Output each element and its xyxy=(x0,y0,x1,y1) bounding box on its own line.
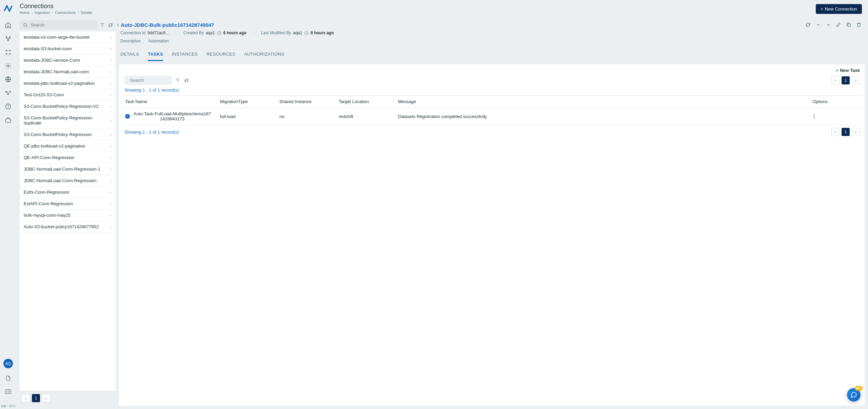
new-connection-button[interactable]: + New Connection xyxy=(816,4,862,14)
sidebar-search-input[interactable] xyxy=(31,22,94,27)
refresh-icon[interactable] xyxy=(183,77,190,83)
breadcrumb: Home › Ingestion › Connections › Details xyxy=(20,11,92,15)
page-header: Connections Home › Ingestion › Connectio… xyxy=(16,0,868,17)
copy-icon[interactable] xyxy=(846,22,852,28)
svg-point-7 xyxy=(7,65,9,67)
connection-list-item[interactable]: JDBC-NormalLoad-Conn-Regression› xyxy=(20,175,116,187)
sidebar-search[interactable] xyxy=(20,20,97,30)
connection-list-item[interactable]: JDBC-NormalLoad-Conn-Regression-1› xyxy=(20,163,116,175)
plus-icon: + xyxy=(836,68,839,73)
connection-list-item[interactable]: S3-Conn-BucketPolicy-Regression-duplicat… xyxy=(20,112,116,129)
chevron-down-icon[interactable] xyxy=(825,22,831,28)
task-pagination-bottom: ‹ 1 › xyxy=(831,128,860,136)
document-icon[interactable] xyxy=(4,374,12,382)
settings-icon[interactable] xyxy=(4,62,12,70)
flow-icon[interactable] xyxy=(4,35,12,42)
connection-list: testdata-s3-conn-large-file-bucket›testd… xyxy=(20,32,116,391)
back-button[interactable]: ‹ xyxy=(117,22,119,28)
task-list-area: + New Task xyxy=(119,64,865,406)
options-menu-button[interactable] xyxy=(812,113,859,120)
connection-item-label: S3-Conn-BucketPolicy-Regression xyxy=(24,132,92,137)
table-row[interactable]: ✓Auto-Task-FullLoad-Multipleschema167142… xyxy=(121,108,863,125)
created-time: 6 hours ago xyxy=(223,31,246,35)
chevron-right-icon: › xyxy=(110,104,112,109)
connection-list-item[interactable]: testdata-JDBC-version-Conn› xyxy=(20,55,116,66)
connection-list-item[interactable]: testdata-JDBC-NormalLoad-conn› xyxy=(20,66,116,78)
connection-list-item[interactable]: QE-API-Conn-Regression› xyxy=(20,152,116,163)
breadcrumb-home[interactable]: Home xyxy=(20,11,29,15)
delete-icon[interactable] xyxy=(856,22,862,28)
edit-icon[interactable] xyxy=(835,22,842,28)
modified-by-label: Last Modified By xyxy=(261,31,291,35)
connection-list-item[interactable]: QE-jdbc-bulkload-v2-pagination› xyxy=(20,140,116,152)
modified-by-value: aqa1 xyxy=(293,31,302,35)
clock-icon[interactable] xyxy=(4,103,12,110)
connection-item-label: S3-Conn-BucketPolicy-Regression-V2 xyxy=(24,104,98,109)
tab-details[interactable]: DETAILS xyxy=(120,50,139,61)
connection-list-item[interactable]: testdata-S3-bucket-conn› xyxy=(20,43,116,55)
chat-bubble[interactable]: 99+ xyxy=(847,388,861,402)
next-page-button[interactable]: › xyxy=(852,128,860,136)
task-search[interactable] xyxy=(124,76,172,85)
nodes-icon[interactable] xyxy=(4,48,12,56)
next-page-button[interactable]: › xyxy=(42,394,50,402)
page-number[interactable]: 1 xyxy=(32,394,40,402)
chevron-up-icon[interactable] xyxy=(815,22,821,28)
chevron-right-icon: › xyxy=(110,46,112,51)
clock-icon xyxy=(217,31,221,35)
svg-point-9 xyxy=(6,91,7,92)
detail-tabs: DETAILS TASKS INSTANCES RESOURCES AUTHOR… xyxy=(117,47,862,61)
connection-list-item[interactable]: Extfs-Conn-Regression› xyxy=(20,187,116,198)
chevron-right-icon: › xyxy=(110,155,112,160)
home-icon[interactable] xyxy=(4,21,12,29)
connection-list-item[interactable]: ExtAPI-Conn-Regression› xyxy=(20,198,116,210)
svg-text:B: B xyxy=(9,391,10,393)
new-task-button[interactable]: + New Task xyxy=(836,68,860,73)
page-number[interactable]: 1 xyxy=(842,128,850,136)
globe-icon[interactable] xyxy=(4,76,12,83)
chevron-right-icon: › xyxy=(32,11,33,14)
filter-icon[interactable] xyxy=(175,77,181,83)
shared-instance: no xyxy=(275,108,335,125)
app-logo[interactable] xyxy=(3,3,13,14)
connection-title[interactable]: Auto-JDBC-Bulk-public1671428749047 xyxy=(121,22,214,28)
chat-icon xyxy=(850,391,857,398)
connection-list-item[interactable]: testdata-s3-conn-large-file-bucket› xyxy=(20,32,116,43)
prev-page-button[interactable]: ‹ xyxy=(831,76,840,84)
connection-item-label: testdata-s3-conn-large-file-bucket xyxy=(24,35,90,40)
connection-list-item[interactable]: S3-Conn-BucketPolicy-Regression-V2› xyxy=(20,101,116,112)
chevron-right-icon: › xyxy=(110,213,112,218)
page-number[interactable]: 1 xyxy=(842,76,850,84)
user-avatar[interactable]: AQ xyxy=(3,359,13,368)
pipeline-icon[interactable] xyxy=(4,89,12,97)
connection-list-item[interactable]: testdata-jdbc-bulkload-v2-pagination› xyxy=(20,78,116,89)
chevron-right-icon: › xyxy=(52,11,53,14)
refresh-icon[interactable] xyxy=(805,22,811,28)
briefcase-icon[interactable] xyxy=(4,116,12,124)
message: Datasets Registration completed successf… xyxy=(394,108,808,125)
ab-icon[interactable]: AB xyxy=(4,388,12,395)
svg-rect-13 xyxy=(6,119,11,122)
connection-list-item[interactable]: Test-Oct20-S3-Conn› xyxy=(20,89,116,101)
chat-widget[interactable]: 99+ xyxy=(847,388,861,402)
col-options: Options xyxy=(808,96,863,108)
tab-tasks[interactable]: TASKS xyxy=(148,50,163,61)
col-task-name: Task Name xyxy=(121,96,216,108)
breadcrumb-ingestion[interactable]: Ingestion xyxy=(35,11,50,15)
connection-item-label: bulk-mysql-conn-may25 xyxy=(24,213,71,218)
connection-item-label: QE-API-Conn-Regression xyxy=(24,155,75,160)
prev-page-button[interactable]: ‹ xyxy=(22,394,30,402)
connection-list-item[interactable]: S3-Conn-BucketPolicy-Regression› xyxy=(20,129,116,140)
tab-authorizations[interactable]: AUTHORIZATIONS xyxy=(244,50,284,61)
connection-list-item[interactable]: bulk-mysql-conn-may25› xyxy=(20,210,116,221)
filter-icon[interactable] xyxy=(99,22,105,28)
clock-icon xyxy=(304,31,309,35)
connection-list-item[interactable]: Auto-S3-bucket-policy1671426677952› xyxy=(20,221,116,233)
chevron-right-icon: › xyxy=(110,81,112,86)
breadcrumb-connections[interactable]: Connections xyxy=(55,11,76,15)
prev-page-button[interactable]: ‹ xyxy=(831,128,840,136)
tab-instances[interactable]: INSTANCES xyxy=(172,50,198,61)
tab-resources[interactable]: RESOURCES xyxy=(206,50,235,61)
refresh-icon[interactable] xyxy=(107,22,114,28)
next-page-button[interactable]: › xyxy=(852,76,860,84)
